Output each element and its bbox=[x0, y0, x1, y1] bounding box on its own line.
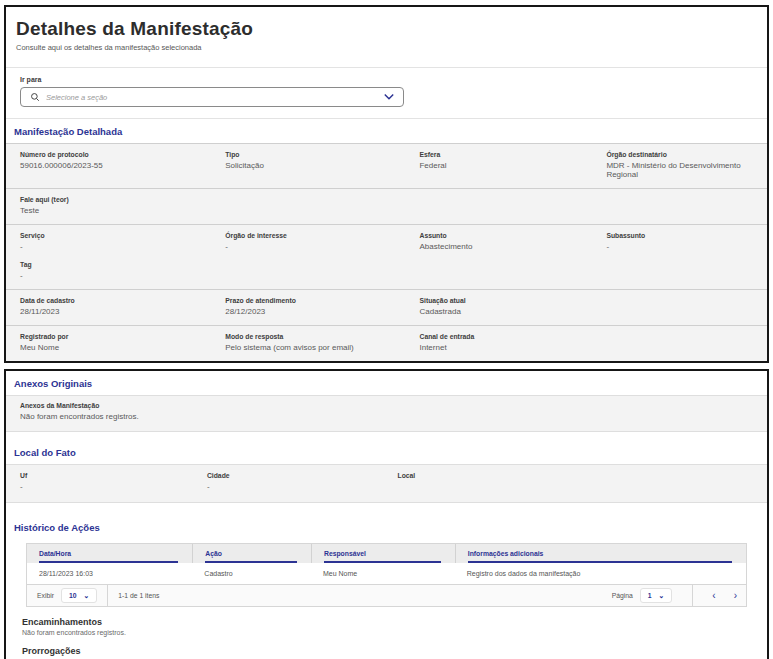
column-header-informacoes-adicionais[interactable]: Informações adicionais bbox=[455, 544, 746, 563]
field-orgao-interesse: Órgão de interesse - bbox=[225, 231, 419, 252]
field-row: Fale aqui (teor) Teste bbox=[6, 189, 767, 225]
encaminhamentos-section: Encaminhamentos Não foram encontrados re… bbox=[22, 617, 751, 636]
field-registrado-por: Registrado por Meu Nome bbox=[20, 332, 225, 353]
divider bbox=[107, 585, 108, 606]
chevron-down-icon[interactable] bbox=[384, 93, 394, 101]
page-size-select[interactable]: 10 ⌄ bbox=[61, 588, 97, 603]
field-esfera: Esfera Federal bbox=[419, 150, 606, 180]
field-tipo: Tipo Solicitação bbox=[225, 150, 419, 180]
search-icon bbox=[30, 92, 40, 102]
cell-responsavel: Meu Nome bbox=[311, 563, 455, 584]
status-badge: Cadastrada bbox=[419, 307, 745, 316]
manifestation-details-panel: Detalhes da Manifestação Consulte aqui o… bbox=[4, 5, 769, 363]
page-header: Detalhes da Manifestação Consulte aqui o… bbox=[6, 7, 767, 67]
history-table: Data/Hora Ação Responsável Informações a… bbox=[26, 543, 747, 607]
goto-section-input[interactable] bbox=[46, 93, 378, 102]
field-servico: Serviço - bbox=[20, 231, 225, 252]
details-secondary-panel: Anexos Originais Anexos da Manifestação … bbox=[4, 369, 769, 659]
column-header-data-hora[interactable]: Data/Hora bbox=[27, 544, 192, 563]
field-row: Número de protocolo 59016.000006/2023-55… bbox=[6, 144, 767, 189]
table-pagination-bar: Exibir 10 ⌄ 1-1 de 1 itens Página 1 ⌄ ‹ … bbox=[26, 584, 747, 607]
section-title-anexos-originais: Anexos Originais bbox=[6, 371, 767, 395]
anexos-empty-text: Não foram encontrados registros. bbox=[20, 412, 753, 421]
field-modo-resposta: Modo de resposta Pelo sistema (com aviso… bbox=[225, 332, 419, 353]
history-table-header: Data/Hora Ação Responsável Informações a… bbox=[26, 543, 747, 563]
column-header-responsavel[interactable]: Responsável bbox=[311, 544, 455, 563]
field-uf: Uf - bbox=[20, 471, 207, 492]
column-header-acao[interactable]: Ação bbox=[192, 544, 311, 563]
local-do-fato-box: Uf - Cidade - Local bbox=[6, 464, 767, 503]
field-tag: Tag - bbox=[20, 260, 753, 281]
cell-acao: Cadastro bbox=[192, 563, 311, 584]
section-title-local-do-fato: Local do Fato bbox=[6, 440, 767, 464]
field-data-cadastro: Data de cadastro 28/11/2023 bbox=[20, 296, 225, 317]
section-title-manifestacao-detalhada: Manifestação Detalhada bbox=[6, 118, 767, 143]
chevron-down-icon: ⌄ bbox=[659, 592, 665, 600]
field-cidade: Cidade - bbox=[207, 471, 398, 492]
field-situacao-atual: Situação atual Cadastrada bbox=[419, 296, 753, 317]
anexos-box: Anexos da Manifestação Não foram encontr… bbox=[6, 395, 767, 432]
chevron-down-icon: ⌄ bbox=[84, 592, 90, 600]
goto-section: Ir para bbox=[6, 68, 767, 118]
goto-label: Ir para bbox=[20, 76, 753, 83]
section-title-historico-de-acoes: Histórico de Ações bbox=[6, 515, 767, 539]
field-row: Data de cadastro 28/11/2023 Prazo de ate… bbox=[6, 290, 767, 326]
page-number-select[interactable]: 1 ⌄ bbox=[640, 588, 672, 603]
protocol-number: 59016.000006/2023-55 bbox=[20, 161, 217, 170]
field-numero-protocolo: Número de protocolo 59016.000006/2023-55 bbox=[20, 150, 225, 180]
field-fale-aqui: Fale aqui (teor) Teste bbox=[20, 195, 753, 216]
previous-page-button[interactable]: ‹ bbox=[703, 590, 724, 601]
next-page-button[interactable]: › bbox=[725, 590, 746, 601]
pagina-label: Página bbox=[612, 592, 633, 599]
anexos-label: Anexos da Manifestação bbox=[20, 402, 753, 409]
page-title: Detalhes da Manifestação bbox=[16, 18, 757, 40]
cell-informacoes: Registro dos dados da manifestação bbox=[455, 563, 746, 584]
table-row: 28/11/2023 16:03 Cadastro Meu Nome Regis… bbox=[26, 563, 747, 584]
prorrogacoes-section: Prorrogações Não foram encontrados regis… bbox=[22, 646, 751, 659]
cell-data-hora: 28/11/2023 16:03 bbox=[27, 563, 192, 584]
field-orgao-destinatario: Órgão destinatário MDR - Ministério do D… bbox=[606, 150, 753, 180]
field-row: Serviço - Órgão de interesse - Assunto A… bbox=[6, 225, 767, 290]
manifestation-fields: Número de protocolo 59016.000006/2023-55… bbox=[6, 143, 767, 361]
field-local: Local bbox=[397, 471, 753, 492]
field-canal-entrada: Canal de entrada Internet bbox=[419, 332, 753, 353]
goto-section-combobox[interactable] bbox=[20, 87, 404, 107]
exibir-label: Exibir bbox=[27, 592, 54, 599]
field-row: Registrado por Meu Nome Modo de resposta… bbox=[6, 326, 767, 361]
divider bbox=[692, 585, 693, 606]
field-prazo-atendimento: Prazo de atendimento 28/12/2023 bbox=[225, 296, 419, 317]
pagination-range-text: 1-1 de 1 itens bbox=[118, 592, 159, 599]
page-subtitle: Consulte aqui os detalhes da manifestaçã… bbox=[16, 43, 757, 52]
field-assunto: Assunto Abastecimento bbox=[419, 231, 606, 252]
field-subassunto: Subassunto - bbox=[606, 231, 753, 252]
